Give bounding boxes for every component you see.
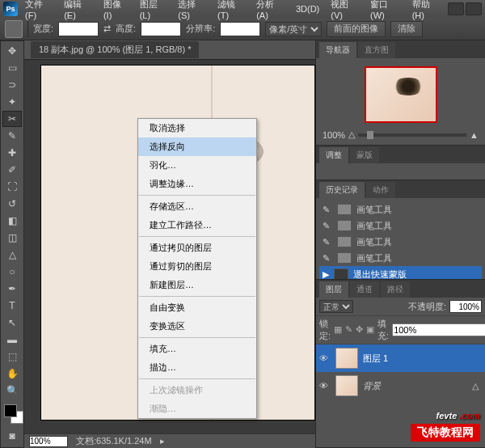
screen-mode-icon[interactable]	[466, 2, 482, 15]
menu-view[interactable]: 视图(V)	[327, 0, 363, 22]
menu-image[interactable]: 图像(I)	[99, 0, 133, 22]
eraser-tool[interactable]: ◧	[2, 213, 22, 229]
crop-tool-icon[interactable]	[5, 20, 23, 38]
tab-layers[interactable]: 图层	[319, 281, 348, 298]
height-input[interactable]	[141, 22, 181, 36]
ctx-refine-edge[interactable]: 调整边缘…	[138, 175, 256, 193]
clear-button[interactable]: 清除	[390, 21, 423, 37]
heal-tool[interactable]: ✚	[2, 145, 22, 161]
layer-row-selected[interactable]: 👁 图层 1	[316, 344, 485, 372]
zoom-in-icon[interactable]: ▲	[470, 130, 479, 140]
history-item[interactable]: ✎画笔工具	[319, 201, 482, 218]
tab-paths[interactable]: 路径	[381, 281, 410, 298]
hand-tool[interactable]: ✋	[2, 366, 22, 382]
color-swatch[interactable]	[2, 403, 22, 427]
zoom-input[interactable]	[29, 436, 68, 447]
lock-position-icon[interactable]: ✥	[356, 324, 363, 336]
history-item[interactable]: ✎画笔工具	[319, 234, 482, 250]
layer-name: 图层 1	[363, 353, 388, 365]
stamp-tool[interactable]: ⛶	[2, 179, 22, 195]
brush-icon: ✎	[323, 237, 332, 247]
fill-input[interactable]	[392, 323, 485, 336]
ctx-last-filter: 上次滤镜操作	[138, 381, 256, 399]
tab-masks[interactable]: 蒙版	[350, 147, 379, 163]
blend-mode-select[interactable]: 正常	[319, 300, 353, 313]
shape-tool[interactable]: ▬	[2, 332, 22, 348]
resolution-input[interactable]	[220, 22, 260, 36]
ctx-make-workpath[interactable]: 建立工作路径…	[138, 216, 256, 235]
menu-help[interactable]: 帮助(H)	[408, 0, 445, 22]
history-brush-tool[interactable]: ↺	[2, 196, 22, 212]
menu-select[interactable]: 选择(S)	[174, 0, 210, 22]
menu-file[interactable]: 文件(F)	[21, 0, 57, 22]
pen-tool[interactable]: ✒	[2, 281, 22, 297]
brush-icon: ✎	[323, 205, 332, 214]
menu-3d[interactable]: 3D(D)	[292, 2, 323, 15]
menu-filter[interactable]: 滤镜(T)	[213, 0, 249, 22]
ctx-free-transform[interactable]: 自由变换	[138, 298, 256, 317]
visibility-icon[interactable]: 👁	[319, 381, 331, 391]
ctx-layer-via-copy[interactable]: 通过拷贝的图层	[138, 239, 256, 257]
launch-bridge-icon[interactable]	[448, 2, 464, 15]
opacity-input[interactable]	[449, 300, 482, 313]
zoom-tool[interactable]: 🔍	[2, 382, 22, 399]
lock-pixels-icon[interactable]: ✎	[345, 324, 352, 336]
lock-transparent-icon[interactable]: ▦	[334, 324, 342, 336]
history-item[interactable]: ✎画笔工具	[319, 218, 482, 234]
ctx-save-selection[interactable]: 存储选区…	[138, 197, 256, 216]
lock-label: 锁定:	[319, 318, 331, 342]
swap-icon[interactable]: ⇄	[103, 23, 111, 34]
tab-histogram[interactable]: 直方图	[358, 42, 395, 58]
menu-edit[interactable]: 编辑(E)	[60, 0, 96, 22]
tab-actions[interactable]: 动作	[366, 182, 395, 198]
tab-adjustments[interactable]: 调整	[319, 147, 348, 163]
zoom-out-icon[interactable]: △	[348, 129, 355, 140]
path-tool[interactable]: ↖	[2, 315, 22, 331]
info-chevron-icon[interactable]: ▸	[160, 436, 165, 446]
blur-tool[interactable]: △	[2, 247, 22, 263]
ctx-layer-via-cut[interactable]: 通过剪切的图层	[138, 257, 256, 276]
doc-info: 文档:635.1K/1.24M	[76, 435, 152, 447]
nav-zoom-value: 100%	[323, 130, 345, 140]
quickmask-toggle[interactable]: ◙	[2, 428, 22, 444]
eyedropper-tool[interactable]: ✎	[2, 128, 22, 144]
crop-tool[interactable]: ✂	[2, 111, 22, 127]
move-tool[interactable]: ✥	[2, 43, 22, 59]
marquee-tool[interactable]: ▭	[2, 60, 22, 76]
type-tool[interactable]: T	[2, 298, 22, 314]
menu-layer[interactable]: 图层(L)	[136, 0, 171, 22]
ctx-fill[interactable]: 填充…	[138, 340, 256, 358]
app-logo: Ps	[3, 2, 18, 16]
lock-all-icon[interactable]: ▣	[366, 324, 374, 336]
tab-history[interactable]: 历史记录	[319, 182, 365, 198]
tab-navigator[interactable]: 导航器	[319, 42, 356, 58]
zoom-slider[interactable]	[358, 133, 466, 137]
history-item-selected[interactable]: ▶退出快速蒙版	[319, 266, 482, 279]
3d-tool[interactable]: ⬚	[2, 349, 22, 365]
layer-thumbnail	[335, 348, 358, 369]
gradient-tool[interactable]: ◫	[2, 230, 22, 246]
watermark: fevte .com 飞特教程网	[411, 403, 480, 442]
width-input[interactable]	[58, 22, 99, 36]
menu-window[interactable]: 窗口(W)	[366, 0, 405, 22]
lock-icon: △	[472, 381, 479, 391]
unit-select[interactable]: 像素/英寸	[265, 22, 322, 36]
ctx-feather[interactable]: 羽化…	[138, 156, 256, 175]
ctx-new-layer[interactable]: 新建图层…	[138, 276, 256, 294]
history-item[interactable]: ✎画笔工具	[319, 250, 482, 266]
navigator-thumbnail[interactable]	[365, 66, 437, 123]
visibility-icon[interactable]: 👁	[319, 353, 331, 363]
ctx-select-inverse[interactable]: 选择反向	[138, 137, 256, 156]
ctx-deselect[interactable]: 取消选择	[138, 119, 256, 137]
brush-tool[interactable]: ✐	[2, 162, 22, 178]
document-tab[interactable]: 18 副本.jpg @ 100% (图层 1, RGB/8) *	[31, 41, 199, 58]
layer-row[interactable]: 👁 背景 △	[316, 372, 485, 399]
ctx-transform-selection[interactable]: 变换选区	[138, 317, 256, 336]
tab-channels[interactable]: 通道	[350, 281, 379, 298]
ctx-stroke[interactable]: 描边…	[138, 358, 256, 377]
menu-analysis[interactable]: 分析(A)	[252, 0, 289, 22]
dodge-tool[interactable]: ○	[2, 264, 22, 280]
lasso-tool[interactable]: ⊃	[2, 77, 22, 93]
wand-tool[interactable]: ✦	[2, 94, 22, 110]
front-image-button[interactable]: 前面的图像	[327, 21, 386, 37]
